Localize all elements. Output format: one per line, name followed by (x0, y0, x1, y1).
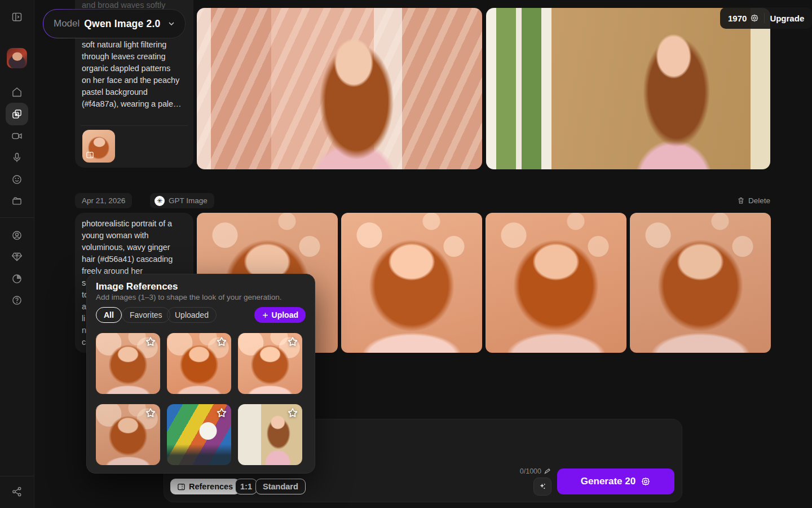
sidebar (0, 0, 34, 508)
enhance-prompt-button[interactable] (533, 478, 551, 496)
favorite-star-icon[interactable] (215, 407, 228, 419)
reference-thumb-2[interactable] (167, 333, 231, 394)
tab-favorites-label: Favorites (130, 310, 162, 319)
sidebar-divider (0, 476, 34, 476)
favorite-star-icon[interactable] (144, 407, 157, 419)
card-divider (81, 125, 188, 126)
tab-all-label: All (104, 310, 114, 319)
history-entry-2-prompt: photorealistic portrait of ayoung woman … (82, 218, 173, 277)
sidebar-item-characters[interactable] (11, 174, 23, 185)
divider (764, 13, 765, 23)
sidebar-item-home[interactable] (11, 86, 23, 98)
reference-thumb-1[interactable] (96, 333, 160, 394)
token-icon (750, 14, 759, 23)
tab-all[interactable]: All (96, 307, 122, 323)
image-references-popup: Image References Add images (1–3) to sha… (86, 274, 315, 474)
sidebar-item-video[interactable] (11, 130, 23, 142)
generated-image-5[interactable] (486, 213, 626, 353)
tab-uploaded-label: Uploaded (175, 310, 209, 319)
openai-logo-icon: ✳ (155, 196, 165, 206)
image-generation-icon (11, 108, 23, 120)
generation-date: Apr 21, 2026 (82, 196, 125, 205)
share-icon[interactable] (11, 486, 23, 497)
model-selector-label: Model (54, 18, 80, 29)
character-count: 0/1000 (520, 467, 541, 475)
popup-subtitle: Add images (1–3) to shape the look of yo… (96, 293, 281, 301)
edit-pencil-icon[interactable] (544, 468, 550, 475)
favorite-star-icon[interactable] (144, 336, 157, 348)
app-window: and broad waves softly soft natural ligh… (0, 0, 812, 508)
credits-balance[interactable]: 1970 (728, 14, 759, 23)
sidebar-toggle-icon[interactable] (11, 11, 23, 23)
history-entry-1-reference-thumb[interactable] (82, 130, 115, 163)
avatar[interactable] (7, 48, 27, 68)
sidebar-item-audio[interactable] (11, 152, 23, 163)
quality-label: Standard (263, 482, 298, 491)
references-icon (177, 483, 186, 491)
tab-uploaded[interactable]: Uploaded (167, 307, 217, 323)
generated-image-4[interactable] (341, 213, 482, 353)
generate-button[interactable]: Generate 20 (557, 468, 674, 494)
tab-favorites[interactable]: Favorites (122, 307, 170, 323)
sidebar-item-plans[interactable] (11, 251, 23, 262)
sparkles-icon (538, 482, 547, 491)
reference-overlay-icon (86, 151, 94, 159)
trash-icon (737, 196, 745, 205)
history-entry-1-clipped-text: and broad waves softly (82, 1, 165, 10)
sidebar-item-image-generation[interactable] (6, 103, 28, 125)
sidebar-item-usage[interactable] (11, 273, 23, 284)
favorite-star-icon[interactable] (286, 407, 299, 419)
aspect-ratio-chip[interactable]: 1:1 (235, 479, 257, 494)
quality-chip[interactable]: Standard (255, 479, 306, 494)
upload-button[interactable]: Upload (254, 307, 306, 323)
generated-image-6[interactable] (630, 213, 771, 353)
upgrade-button[interactable]: Upgrade (770, 14, 804, 23)
delete-label: Delete (748, 196, 770, 205)
aspect-ratio-label: 1:1 (240, 482, 252, 491)
model-badge-label: GPT Image (169, 196, 208, 205)
plus-icon (262, 312, 269, 319)
generated-image-2[interactable] (486, 8, 770, 169)
model-selector[interactable]: Model Qwen Image 2.0 (43, 9, 186, 38)
character-counter: 0/1000 (496, 467, 550, 475)
reference-thumb-5[interactable] (167, 404, 231, 465)
generation-date-badge: Apr 21, 2026 (75, 193, 132, 208)
sidebar-divider (0, 217, 34, 218)
model-badge: ✳ GPT Image (150, 193, 214, 208)
credits-amount: 1970 (728, 14, 747, 23)
references-chip[interactable]: References (170, 479, 240, 494)
credits-pill: 1970 Upgrade (720, 7, 812, 29)
reference-thumb-3[interactable] (238, 333, 302, 394)
generated-image-1[interactable] (197, 8, 482, 169)
model-selector-value: Qwen Image 2.0 (84, 18, 160, 30)
sidebar-item-projects[interactable] (11, 195, 23, 207)
reference-thumb-4[interactable] (96, 404, 160, 465)
sidebar-item-help[interactable] (11, 295, 23, 306)
chevron-down-icon (167, 19, 176, 28)
references-chip-label: References (189, 482, 233, 491)
token-icon (641, 476, 651, 487)
generate-label: Generate 20 (581, 476, 636, 487)
sidebar-item-account[interactable] (11, 230, 23, 241)
upload-label: Upload (272, 310, 298, 319)
reference-thumb-6[interactable] (238, 404, 302, 465)
favorite-star-icon[interactable] (286, 336, 299, 348)
history-entry-1-prompt: soft natural light filteringthrough leav… (82, 39, 181, 110)
popup-title: Image References (96, 281, 178, 292)
favorite-star-icon[interactable] (215, 336, 228, 348)
delete-button[interactable]: Delete (737, 193, 770, 208)
